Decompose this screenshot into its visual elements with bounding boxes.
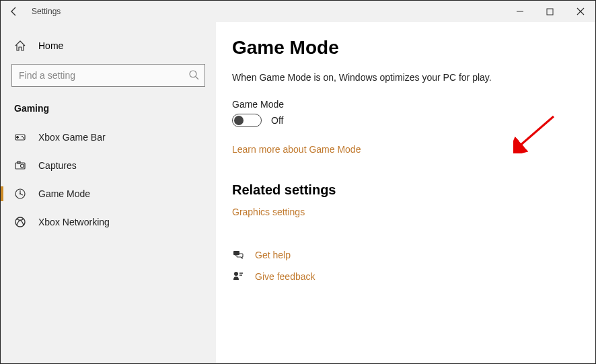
minimize-button[interactable] (505, 1, 535, 22)
learn-more-link[interactable]: Learn more about Game Mode (232, 144, 361, 155)
give-feedback-link[interactable]: Give feedback (255, 271, 315, 282)
svg-rect-6 (16, 137, 19, 138)
sidebar-item-xbox-game-bar[interactable]: Xbox Game Bar (1, 123, 216, 151)
back-button[interactable] (1, 1, 28, 22)
toggle-row: Off (232, 114, 579, 127)
window-title: Settings (32, 7, 61, 16)
page-title: Game Mode (232, 37, 579, 59)
feedback-icon (232, 270, 246, 283)
home-icon (14, 40, 28, 52)
content-area: Game Mode When Game Mode is on, Windows … (216, 22, 595, 363)
svg-rect-1 (547, 9, 553, 15)
settings-window: Settings Home Find a setting (0, 0, 596, 364)
sidebar-item-captures[interactable]: Captures (1, 151, 216, 180)
titlebar: Settings (1, 1, 595, 22)
game-mode-icon (14, 188, 28, 200)
home-label: Home (38, 40, 63, 51)
sidebar-section-header: Gaming (1, 98, 216, 123)
get-help-icon (232, 249, 246, 261)
xbox-networking-icon (14, 216, 28, 228)
give-feedback-row: Give feedback (232, 270, 579, 283)
svg-point-13 (20, 193, 21, 194)
search-placeholder: Find a setting (19, 70, 188, 81)
toggle-knob (234, 116, 244, 125)
sidebar: Home Find a setting Gaming Xbox Game Bar (1, 22, 216, 363)
search-input[interactable]: Find a setting (11, 64, 205, 87)
window-controls (505, 1, 595, 22)
svg-point-15 (234, 272, 238, 276)
svg-line-3 (196, 77, 198, 79)
svg-point-8 (23, 137, 24, 139)
sidebar-item-label: Captures (38, 160, 77, 171)
related-settings-title: Related settings (232, 182, 579, 198)
search-wrap: Find a setting (1, 64, 216, 98)
toggle-label: Game Mode (232, 99, 579, 110)
sidebar-item-label: Xbox Game Bar (38, 132, 106, 143)
search-icon (188, 69, 199, 82)
close-button[interactable] (565, 1, 595, 22)
sidebar-item-label: Game Mode (38, 188, 90, 199)
sidebar-item-xbox-networking[interactable]: Xbox Networking (1, 208, 216, 236)
toggle-state: Off (271, 115, 283, 126)
captures-icon (14, 159, 28, 172)
page-description: When Game Mode is on, Windows optimizes … (232, 72, 579, 83)
body-area: Home Find a setting Gaming Xbox Game Bar (1, 22, 595, 363)
svg-point-7 (22, 136, 23, 137)
svg-point-11 (21, 164, 24, 168)
sidebar-item-label: Xbox Networking (38, 217, 110, 227)
home-nav[interactable]: Home (1, 34, 216, 57)
game-mode-toggle[interactable] (232, 114, 262, 127)
get-help-row: Get help (232, 249, 579, 261)
game-bar-icon (14, 131, 28, 143)
get-help-link[interactable]: Get help (255, 250, 291, 260)
graphics-settings-link[interactable]: Graphics settings (232, 207, 305, 217)
maximize-button[interactable] (535, 1, 565, 22)
svg-point-2 (190, 71, 196, 77)
sidebar-item-game-mode[interactable]: Game Mode (1, 180, 216, 208)
